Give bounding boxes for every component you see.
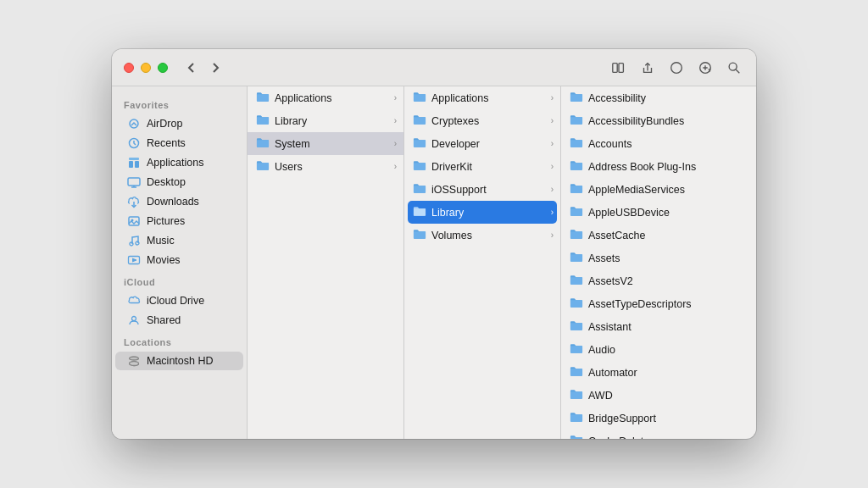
- sidebar-item-downloads[interactable]: Downloads: [115, 192, 243, 211]
- folder-icon: [570, 410, 583, 426]
- chevron-icon: ›: [551, 208, 554, 217]
- column-item[interactable]: Accounts: [561, 132, 756, 155]
- item-label: AWD: [588, 390, 613, 402]
- column-1: Applications› Library› System› Users›: [248, 86, 404, 439]
- folder-icon: [570, 227, 583, 243]
- item-label: AssetTypeDescriptors: [588, 298, 692, 310]
- item-label: AppleMediaServices: [588, 184, 685, 196]
- item-label: DriverKit: [431, 161, 472, 173]
- column-item[interactable]: Applications›: [404, 86, 560, 109]
- folder-icon: [570, 341, 583, 358]
- item-label: Cryptexes: [431, 115, 479, 127]
- column-item[interactable]: System›: [248, 132, 403, 155]
- sidebar-item-label: Downloads: [147, 196, 199, 208]
- view-toggle-button[interactable]: [609, 58, 629, 78]
- folder-icon: [413, 113, 426, 129]
- svg-point-20: [136, 241, 139, 245]
- folder-icon: [570, 90, 583, 106]
- share-button[interactable]: [637, 58, 658, 78]
- item-label: Users: [275, 161, 303, 173]
- tag-button[interactable]: [666, 58, 687, 78]
- sidebar-item-desktop[interactable]: Desktop: [115, 173, 243, 191]
- column-item[interactable]: AccessibilityBundles: [561, 109, 756, 132]
- item-label: Accounts: [588, 138, 632, 150]
- column-item[interactable]: Volumes›: [404, 224, 560, 247]
- traffic-lights: [124, 63, 168, 73]
- item-label: AssetsV2: [588, 275, 633, 287]
- folder-icon: [570, 181, 583, 197]
- forward-button[interactable]: [205, 59, 225, 76]
- column-item[interactable]: AppleUSBDevice: [561, 201, 756, 224]
- column-item[interactable]: CacheDelete: [561, 430, 756, 439]
- sidebar-item-label: Macintosh HD: [147, 355, 214, 367]
- column-item[interactable]: Library›: [408, 201, 557, 224]
- title-bar: [112, 49, 756, 86]
- column-item[interactable]: DriverKit›: [404, 155, 560, 178]
- column-item[interactable]: Users›: [248, 155, 403, 178]
- sidebar-item-label: Applications: [147, 157, 203, 169]
- column-item[interactable]: Applications›: [248, 86, 403, 109]
- column-item[interactable]: Cryptexes›: [404, 109, 560, 132]
- sidebar-item-label: Recents: [147, 137, 186, 149]
- column-item[interactable]: Automator: [561, 361, 756, 384]
- sidebar-item-icloud-drive[interactable]: iCloud Drive: [115, 291, 243, 310]
- folder-icon: [570, 387, 583, 403]
- svg-point-22: [132, 317, 136, 321]
- chevron-icon: ›: [551, 116, 554, 125]
- column-item[interactable]: iOSSupport›: [404, 178, 560, 201]
- item-label: AppleUSBDevice: [588, 207, 670, 219]
- folder-icon: [570, 273, 583, 289]
- sidebar-item-pictures[interactable]: Pictures: [115, 212, 243, 230]
- column-item[interactable]: Assistant: [561, 315, 756, 338]
- back-button[interactable]: [181, 59, 202, 76]
- maximize-button[interactable]: [158, 63, 168, 73]
- column-item[interactable]: Audio: [561, 338, 756, 361]
- desktop-icon: [127, 175, 141, 189]
- chevron-icon: ›: [551, 185, 554, 194]
- column-item[interactable]: Library›: [248, 109, 403, 132]
- item-label: iOSSupport: [431, 184, 487, 196]
- folder-icon: [256, 158, 270, 175]
- music-icon: [127, 234, 141, 247]
- column-item[interactable]: Address Book Plug-Ins: [561, 155, 756, 178]
- item-label: Address Book Plug-Ins: [588, 161, 696, 173]
- folder-icon: [413, 90, 426, 106]
- item-label: BridgeSupport: [588, 413, 656, 424]
- sidebar-item-applications[interactable]: Applications: [115, 153, 243, 172]
- search-button[interactable]: [724, 58, 744, 78]
- column-item[interactable]: Assets: [561, 247, 756, 269]
- item-label: Applications: [275, 92, 331, 104]
- sidebar-item-music[interactable]: Music: [115, 231, 243, 250]
- icloud-icon: [127, 294, 141, 308]
- minimize-button[interactable]: [141, 63, 151, 73]
- sidebar-item-shared[interactable]: Shared: [115, 311, 243, 330]
- column-item[interactable]: AWD: [561, 384, 756, 407]
- column-item[interactable]: BridgeSupport: [561, 407, 756, 430]
- column-item[interactable]: Developer›: [404, 132, 560, 155]
- folder-icon: [570, 433, 583, 439]
- column-item[interactable]: AssetsV2: [561, 269, 756, 292]
- item-label: Assets: [588, 252, 620, 264]
- folder-icon: [570, 136, 583, 152]
- column-item[interactable]: AppleMediaServices: [561, 178, 756, 201]
- item-label: Audio: [588, 344, 615, 356]
- action-button[interactable]: [695, 58, 715, 78]
- sidebar-item-recents[interactable]: Recents: [115, 134, 243, 152]
- pictures-icon: [127, 214, 141, 228]
- column-item[interactable]: AssetTypeDescriptors: [561, 292, 756, 315]
- sidebar-item-macintosh-hd[interactable]: Macintosh HD: [115, 352, 243, 370]
- sidebar-item-label: iCloud Drive: [147, 295, 204, 307]
- folder-icon: [256, 136, 270, 152]
- svg-line-8: [736, 69, 739, 73]
- close-button[interactable]: [124, 63, 134, 73]
- sidebar-item-airdrop[interactable]: AirDrop: [115, 114, 243, 133]
- folder-icon: [413, 136, 426, 152]
- sidebar-item-movies[interactable]: Movies: [115, 251, 243, 269]
- finder-window: Favorites AirDrop Recents Applications D…: [112, 49, 756, 439]
- sidebar-item-label: Pictures: [147, 215, 185, 227]
- item-label: Assistant: [588, 321, 632, 333]
- column-item[interactable]: Accessibility: [561, 86, 756, 109]
- sidebar-section-label: Locations: [112, 330, 247, 351]
- svg-point-25: [130, 357, 139, 360]
- column-item[interactable]: AssetCache: [561, 224, 756, 247]
